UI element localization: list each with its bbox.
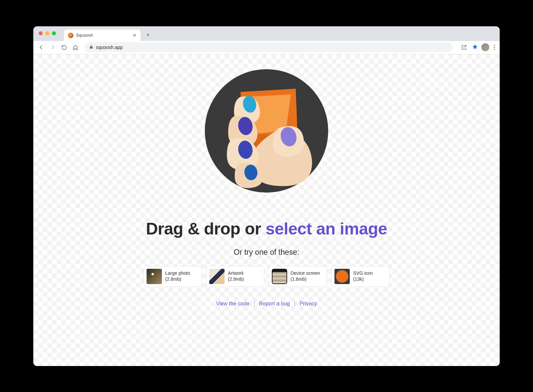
address-bar[interactable]: squoosh.app bbox=[85, 42, 453, 52]
arrow-right-icon bbox=[50, 44, 56, 50]
browser-tab[interactable]: Squoosh ✕ bbox=[64, 30, 141, 41]
sample-thumb-icon bbox=[209, 269, 225, 284]
star-icon bbox=[472, 44, 478, 50]
sample-size: (1.6mb) bbox=[290, 276, 320, 282]
sample-thumb-icon bbox=[334, 269, 350, 284]
toolbar-right bbox=[459, 43, 496, 52]
squoosh-logo-icon bbox=[202, 66, 331, 196]
sample-label: Large photo bbox=[165, 270, 190, 276]
squoosh-logo bbox=[202, 66, 331, 196]
subhead: Or try one of these: bbox=[234, 248, 299, 257]
view-code-link[interactable]: View the code bbox=[216, 301, 249, 307]
footer-links: View the code Report a bug Privacy bbox=[216, 301, 317, 307]
sample-thumb-icon bbox=[272, 269, 287, 284]
headline: Drag & drop or select an image bbox=[146, 219, 387, 238]
sample-svg-icon[interactable]: SVG icon (13k) bbox=[331, 266, 389, 287]
sample-label: Device screen bbox=[290, 270, 320, 276]
privacy-link[interactable]: Privacy bbox=[299, 301, 317, 307]
sample-device-screen[interactable]: Device screen (1.6mb) bbox=[269, 266, 327, 287]
dot-icon bbox=[494, 49, 495, 50]
headline-prefix: Drag & drop or bbox=[146, 219, 266, 238]
reload-icon bbox=[61, 45, 67, 50]
select-image-link[interactable]: select an image bbox=[266, 219, 387, 238]
reload-button[interactable] bbox=[59, 43, 69, 52]
new-tab-button[interactable]: + bbox=[143, 31, 153, 40]
separator bbox=[254, 301, 255, 307]
sample-thumb-icon bbox=[147, 269, 162, 284]
sample-artwork[interactable]: Artwork (2.9mb) bbox=[206, 266, 264, 287]
home-button[interactable] bbox=[71, 43, 80, 52]
bookmark-button[interactable] bbox=[472, 44, 478, 51]
page-content[interactable]: Drag & drop or select an image Or try on… bbox=[33, 54, 500, 366]
tab-title: Squoosh bbox=[76, 33, 130, 38]
dot-icon bbox=[494, 47, 495, 48]
svg-point-1 bbox=[267, 110, 276, 123]
home-icon bbox=[73, 45, 78, 50]
arrow-left-icon bbox=[38, 44, 44, 50]
close-tab-button[interactable]: ✕ bbox=[133, 33, 137, 38]
sample-label: Artwork bbox=[228, 270, 244, 276]
close-window-button[interactable] bbox=[39, 31, 43, 35]
open-external-icon bbox=[461, 45, 467, 50]
minimize-window-button[interactable] bbox=[45, 31, 49, 35]
tab-strip: Squoosh ✕ + bbox=[33, 26, 500, 41]
back-button[interactable] bbox=[37, 43, 46, 52]
sample-large-photo[interactable]: Large photo (2.8mb) bbox=[144, 266, 202, 287]
dot-icon bbox=[494, 45, 495, 46]
sample-size: (2.8mb) bbox=[165, 276, 190, 282]
forward-button[interactable] bbox=[48, 43, 57, 52]
window-controls bbox=[39, 31, 56, 35]
sample-size: (13k) bbox=[353, 276, 373, 282]
maximize-window-button[interactable] bbox=[52, 31, 56, 35]
browser-window: Squoosh ✕ + squoosh.app bbox=[33, 26, 500, 366]
sample-images-row: Large photo (2.8mb) Artwork (2.9mb) Devi… bbox=[144, 266, 389, 287]
open-external-button[interactable] bbox=[459, 43, 469, 52]
browser-toolbar: squoosh.app bbox=[33, 41, 500, 54]
sample-label: SVG icon bbox=[353, 270, 373, 276]
favicon-icon bbox=[68, 33, 73, 38]
url-text: squoosh.app bbox=[96, 45, 123, 50]
menu-button[interactable] bbox=[493, 44, 496, 51]
report-bug-link[interactable]: Report a bug bbox=[259, 301, 290, 307]
profile-avatar[interactable] bbox=[481, 43, 489, 51]
sample-size: (2.9mb) bbox=[228, 276, 244, 282]
separator bbox=[294, 301, 295, 307]
lock-icon bbox=[89, 45, 93, 50]
